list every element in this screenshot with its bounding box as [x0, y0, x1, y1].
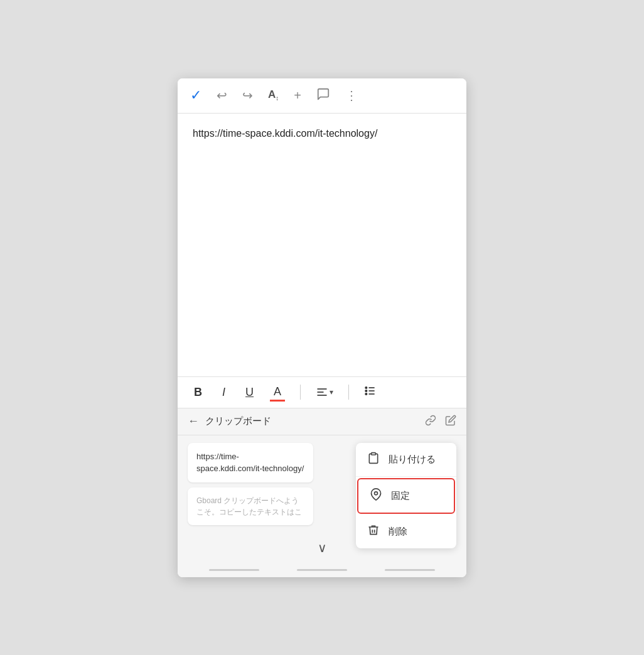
more-icon[interactable]: ⋮ — [345, 88, 358, 103]
italic-button[interactable]: I — [218, 383, 229, 402]
svg-rect-9 — [372, 452, 376, 454]
bold-button[interactable]: B — [190, 383, 206, 402]
format-toolbar: B I U A ▾ — [178, 377, 466, 408]
color-a-button[interactable]: A — [270, 383, 285, 402]
nav-pill-2 — [297, 569, 347, 571]
pin-icon — [370, 488, 382, 504]
bottom-nav — [178, 565, 466, 577]
align-button[interactable]: ▾ — [316, 386, 333, 398]
paste-label: 貼り付ける — [389, 454, 436, 466]
text-area[interactable]: https://time-space.kddi.com/it-technolog… — [178, 114, 466, 377]
clipboard-title: クリップボード — [205, 415, 419, 427]
paste-menu-item[interactable]: 貼り付ける — [356, 443, 456, 477]
clipboard-body: https://time-space.kddi.com/it-technolog… — [178, 435, 466, 533]
svg-point-7 — [365, 390, 367, 391]
clipboard-header-icons — [425, 415, 456, 429]
delete-label: 削除 — [389, 526, 407, 538]
pin-label: 固定 — [391, 490, 410, 502]
svg-point-8 — [365, 393, 367, 395]
text-content: https://time-space.kddi.com/it-technolog… — [193, 128, 377, 139]
clipboard-panel: ← クリップボード https:/ — [178, 408, 466, 533]
clip-item-gboard[interactable]: Gboard クリップボードへようこそ。コピーしたテキストはこ — [188, 487, 313, 525]
svg-point-10 — [375, 491, 378, 494]
undo-icon[interactable]: ↩ — [217, 88, 227, 103]
top-toolbar: ✓ ↩ ↪ A↕ + ⋮ — [178, 78, 466, 114]
phone-container: ✓ ↩ ↪ A↕ + ⋮ https://time-space.kddi.com… — [178, 78, 466, 577]
format-divider-2 — [348, 385, 349, 400]
format-divider — [300, 385, 301, 400]
list-button[interactable] — [364, 385, 377, 400]
delete-icon — [367, 524, 380, 540]
comment-icon[interactable] — [316, 87, 330, 104]
font-format-icon[interactable]: A↕ — [268, 88, 279, 102]
clip-item-url[interactable]: https://time-space.kddi.com/it-technolog… — [188, 443, 313, 482]
clipboard-header: ← クリップボード — [178, 408, 466, 435]
add-icon[interactable]: + — [294, 88, 301, 103]
pin-menu-item[interactable]: 固定 — [357, 478, 455, 514]
paste-icon — [367, 452, 380, 467]
underline-button[interactable]: U — [242, 383, 257, 402]
check-icon[interactable]: ✓ — [190, 87, 201, 104]
back-icon[interactable]: ← — [188, 415, 199, 428]
link-icon[interactable] — [425, 415, 436, 429]
context-menu: 貼り付ける 固定 — [356, 443, 456, 548]
svg-point-6 — [365, 386, 367, 388]
chevron-down-icon[interactable]: ∨ — [318, 540, 327, 555]
nav-pill-3 — [385, 569, 435, 571]
edit-icon[interactable] — [445, 415, 456, 429]
delete-menu-item[interactable]: 削除 — [356, 515, 456, 548]
nav-pill-1 — [209, 569, 259, 571]
redo-icon[interactable]: ↪ — [242, 88, 253, 103]
